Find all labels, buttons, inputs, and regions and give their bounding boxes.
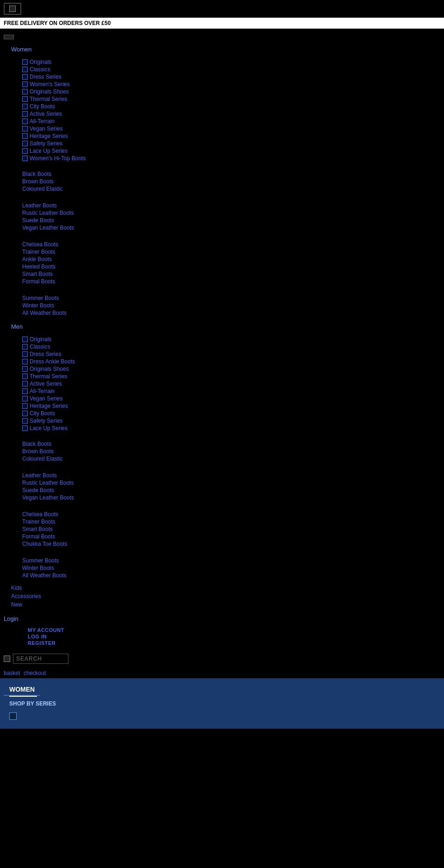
- women-series-link-12[interactable]: Lace Up Series: [22, 147, 440, 155]
- men-series-link-12[interactable]: Lace Up Series: [22, 425, 440, 432]
- men-season-section: Summer BootsWinter BootsAll Weather Boot…: [4, 554, 440, 582]
- men-series-link-2[interactable]: Dress Series: [22, 350, 440, 358]
- women-season-link-0[interactable]: Summer Boots: [22, 294, 440, 302]
- search-bar: [0, 650, 444, 668]
- men-style-link-1[interactable]: Trainer Boots: [22, 518, 440, 525]
- search-input[interactable]: [13, 654, 68, 664]
- men-material-link-1[interactable]: Rustic Leather Boots: [22, 479, 440, 487]
- women-style-link-5[interactable]: Formal Boots: [22, 278, 440, 285]
- women-material-link-1[interactable]: Rustic Leather Boots: [22, 209, 440, 217]
- women-season-links: Summer BootsWinter BootsAll Weather Boot…: [22, 294, 440, 317]
- men-style-link-3[interactable]: Formal Boots: [22, 533, 440, 540]
- women-series-link-6[interactable]: City Boots: [22, 103, 440, 110]
- women-season-link-1[interactable]: Winter Boots: [22, 302, 440, 309]
- women-series-link-5[interactable]: Thermal Series: [22, 95, 440, 103]
- women-material-section: Leather BootsRustic Leather BootsSuede B…: [4, 199, 440, 234]
- nav-men[interactable]: Men: [4, 319, 440, 334]
- women-series-link-8[interactable]: All-Terrain: [22, 118, 440, 125]
- women-series-link-3[interactable]: Women's Series: [22, 81, 440, 88]
- log-in-link[interactable]: LOG IN: [28, 633, 433, 640]
- men-season-link-1[interactable]: Winter Boots: [22, 564, 440, 572]
- women-color-link-1[interactable]: Brown Boots: [22, 178, 440, 185]
- women-series-link-1[interactable]: Classics: [22, 66, 440, 73]
- my-account-link[interactable]: MY ACCOUNT: [28, 627, 433, 633]
- women-season-link-2[interactable]: All Weather Boots: [22, 309, 440, 317]
- men-series-link-icon-9: [22, 403, 28, 409]
- men-series-link-4[interactable]: Originals Shoes: [22, 365, 440, 373]
- women-material-link-2[interactable]: Suede Boots: [22, 217, 440, 224]
- men-color-link-1[interactable]: Brown Boots: [22, 448, 440, 455]
- men-series-link-10[interactable]: City Boots: [22, 410, 440, 417]
- women-series-link-11[interactable]: Safety Series: [22, 140, 440, 147]
- men-color-link-0[interactable]: Black Boots: [22, 440, 440, 448]
- breadcrumb-bar: basket checkout: [0, 668, 444, 678]
- men-series-link-11[interactable]: Safety Series: [22, 417, 440, 425]
- men-material-link-2[interactable]: Suede Boots: [22, 487, 440, 494]
- men-series-link-icon-3: [22, 359, 28, 364]
- women-series-link-icon-0: [22, 59, 28, 65]
- men-series-link-icon-5: [22, 374, 28, 379]
- women-series-link-icon-8: [22, 119, 28, 124]
- women-series-links: OriginalsClassicsDress SeriesWomen's Ser…: [22, 58, 440, 162]
- men-series-link-6[interactable]: Active Series: [22, 380, 440, 387]
- account-links: MY ACCOUNT LOG IN REGISTER: [4, 625, 440, 648]
- women-style-link-3[interactable]: Heeled Boots: [22, 263, 440, 270]
- nav-accessories[interactable]: Accessories: [4, 592, 440, 600]
- men-series-link-0[interactable]: Originals: [22, 336, 440, 343]
- women-series-link-4[interactable]: Originals Shoes: [22, 88, 440, 95]
- men-material-link-0[interactable]: Leather Boots: [22, 472, 440, 479]
- nav-kids[interactable]: Kids: [4, 584, 440, 592]
- register-link[interactable]: REGISTER: [28, 640, 433, 646]
- women-color-link-2[interactable]: Coloured Elastic: [22, 185, 440, 193]
- men-style-links: Chelsea BootsTrainer BootsSmart BootsFor…: [22, 511, 440, 548]
- men-series-link-7[interactable]: All-Terrain: [22, 387, 440, 395]
- login-section: Login MY ACCOUNT LOG IN REGISTER: [0, 611, 444, 650]
- men-season-link-2[interactable]: All Weather Boots: [22, 572, 440, 579]
- women-series-link-13[interactable]: Women's Hi-Top Boots: [22, 155, 440, 162]
- logo-button[interactable]: [4, 3, 21, 15]
- men-series-link-5[interactable]: Thermal Series: [22, 373, 440, 380]
- women-series-link-0[interactable]: Originals: [22, 58, 440, 66]
- login-link[interactable]: Login: [4, 612, 440, 625]
- women-series-link-9[interactable]: Vegan Series: [22, 125, 440, 132]
- women-style-link-2[interactable]: Ankle Boots: [22, 256, 440, 263]
- men-color-links: Black BootsBrown BootsColoured Elastic: [22, 440, 440, 462]
- nav-new[interactable]: New: [4, 600, 440, 609]
- women-style-links: Chelsea BootsTrainer BootsAnkle BootsHee…: [22, 241, 440, 285]
- women-series-link-7[interactable]: Active Series: [22, 110, 440, 118]
- women-series-link-icon-7: [22, 111, 28, 117]
- men-series-link-1[interactable]: Classics: [22, 343, 440, 350]
- checkout-link[interactable]: checkout: [24, 670, 46, 676]
- women-color-link-0[interactable]: Black Boots: [22, 170, 440, 178]
- men-material-link-3[interactable]: Vegan Leather Boots: [22, 494, 440, 501]
- men-series-link-9[interactable]: Heritage Series: [22, 402, 440, 410]
- women-series-link-10[interactable]: Heritage Series: [22, 132, 440, 140]
- men-series-link-3[interactable]: Dress Ankle Boots: [22, 358, 440, 365]
- women-material-link-3[interactable]: Vegan Leather Boots: [22, 224, 440, 231]
- women-style-link-1[interactable]: Trainer Boots: [22, 248, 440, 256]
- menu-toggle-button[interactable]: [4, 35, 14, 39]
- men-season-links: Summer BootsWinter BootsAll Weather Boot…: [22, 557, 440, 579]
- basket-link[interactable]: basket: [4, 670, 20, 676]
- men-series-section: OriginalsClassicsDress SeriesDress Ankle…: [4, 334, 440, 434]
- men-style-link-2[interactable]: Smart Boots: [22, 525, 440, 533]
- nav-women[interactable]: Women: [4, 42, 440, 56]
- women-material-link-0[interactable]: Leather Boots: [22, 202, 440, 209]
- women-series-link-2[interactable]: Dress Series: [22, 73, 440, 81]
- women-tab-header[interactable]: WOMEN: [4, 682, 40, 696]
- women-series-link-icon-2: [22, 74, 28, 80]
- women-series-link-icon-5: [22, 96, 28, 102]
- men-series-link-icon-10: [22, 411, 28, 416]
- men-season-link-0[interactable]: Summer Boots: [22, 557, 440, 564]
- women-style-link-0[interactable]: Chelsea Boots: [22, 241, 440, 248]
- women-style-link-4[interactable]: Smart Boots: [22, 270, 440, 278]
- men-style-link-0[interactable]: Chelsea Boots: [22, 511, 440, 518]
- men-series-link-8[interactable]: Vegan Series: [22, 395, 440, 402]
- men-series-link-icon-11: [22, 418, 28, 424]
- bottom-nav: Kids Accessories New: [0, 582, 444, 611]
- men-series-link-icon-8: [22, 396, 28, 401]
- men-style-link-4[interactable]: Chukka Toe Boots: [22, 540, 440, 548]
- men-series-link-icon-12: [22, 425, 28, 431]
- women-series-link-icon-13: [22, 156, 28, 161]
- men-color-link-2[interactable]: Coloured Elastic: [22, 455, 440, 462]
